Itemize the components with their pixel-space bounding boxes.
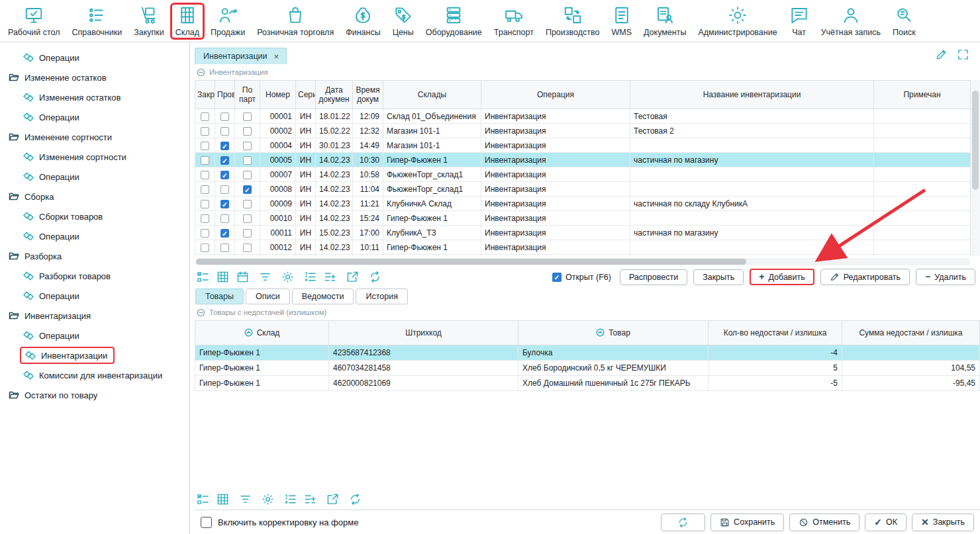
delete-button[interactable]: −Удалить xyxy=(916,269,975,285)
checkbox[interactable] xyxy=(220,185,229,194)
vertical-scrollbar[interactable] xyxy=(970,80,980,256)
table-row[interactable]: 00011ИН15.02.2317:00КлубникА_ТЗИнвентари… xyxy=(195,226,971,240)
table-grid-button[interactable] xyxy=(216,492,230,506)
nav-item-documents[interactable]: Документы xyxy=(638,2,692,40)
edit-pencil-icon[interactable] xyxy=(935,48,948,61)
tree-item[interactable]: Изменения остатков xyxy=(0,87,189,107)
tab-statements[interactable]: Ведомости xyxy=(292,289,354,304)
checkbox[interactable] xyxy=(243,112,252,121)
checkbox[interactable] xyxy=(243,214,252,223)
checkbox[interactable] xyxy=(201,127,209,136)
nav-item-warehouse[interactable]: Склад xyxy=(170,3,205,40)
edit-button[interactable]: Редактировать xyxy=(820,269,910,285)
table-row[interactable]: 00010ИН14.02.2315:24Гипер-Фьюжен 1Инвент… xyxy=(195,211,971,226)
table-row[interactable]: ИН14.02.237:15Гипер-Фьюжен 1Инвентаризац… xyxy=(195,255,971,257)
tree-item[interactable]: Сборка xyxy=(0,187,189,206)
table-row[interactable]: 00009ИН14.02.2311:21КлубничкА СкладИнвен… xyxy=(195,197,971,211)
nav-item-search[interactable]: Поиск xyxy=(887,2,922,40)
tree-item[interactable]: Разборки товаров xyxy=(0,266,189,286)
column-header[interactable]: Штрихкод xyxy=(329,321,518,345)
open-external-button[interactable] xyxy=(346,270,360,284)
nav-item-account[interactable]: Учётная запись xyxy=(815,2,887,40)
tree-item[interactable]: Изменение сортности xyxy=(0,127,189,147)
scrollbar-thumb[interactable] xyxy=(196,259,746,265)
column-header[interactable]: Сумма недостачи / излишка xyxy=(842,321,980,345)
tree-item[interactable]: Изменение остатков xyxy=(0,67,189,87)
close-document-button[interactable]: Закрыть xyxy=(693,269,744,285)
column-header[interactable]: Примечан xyxy=(874,81,971,109)
cancel-button[interactable]: Отменить xyxy=(789,513,859,531)
adjust-on-form-checkbox[interactable]: Включить корректировку на форме xyxy=(201,517,358,528)
tree-item[interactable]: Остатки по товару xyxy=(0,385,189,405)
scrollbar-thumb[interactable] xyxy=(972,91,979,190)
tree-item[interactable]: Операции xyxy=(0,326,189,345)
tree-item[interactable]: Операции xyxy=(0,226,189,246)
checkbox[interactable] xyxy=(243,229,252,238)
checkbox[interactable] xyxy=(201,156,209,165)
tab-history[interactable]: История xyxy=(356,289,407,304)
open-external-button[interactable] xyxy=(326,492,340,506)
unpost-button[interactable]: Распровести xyxy=(620,269,687,285)
checkbox[interactable] xyxy=(243,142,252,150)
select-list-button[interactable] xyxy=(196,492,210,506)
table-row[interactable]: Гипер-Фьюжен 14607034281458Хлеб Бородинс… xyxy=(195,361,980,376)
table-grid-button[interactable] xyxy=(216,270,230,284)
tree-item[interactable]: Разборка xyxy=(0,246,189,266)
tab-lists[interactable]: Описи xyxy=(246,289,290,304)
checkbox[interactable] xyxy=(201,142,209,150)
tab-close-icon[interactable]: × xyxy=(274,52,279,61)
ok-button[interactable]: ✓ОК xyxy=(865,513,906,531)
collapse-minus-icon[interactable] xyxy=(197,68,205,77)
table-row[interactable]: 00001ИН18.01.2212:09Склад 01_Объединения… xyxy=(195,109,971,124)
column-header[interactable]: Склад xyxy=(195,321,329,345)
checkbox[interactable] xyxy=(243,171,252,179)
tree-item[interactable]: Инвентаризация xyxy=(0,306,189,326)
close-button[interactable]: ✕Закрыть xyxy=(912,513,974,531)
checkbox[interactable] xyxy=(220,171,229,179)
calendar-button[interactable] xyxy=(236,270,250,284)
nav-item-transport[interactable]: Транспорт xyxy=(488,2,540,40)
nav-item-desktop[interactable]: Рабочий стол xyxy=(2,2,66,40)
column-header[interactable]: Пров xyxy=(215,81,235,109)
checkbox[interactable] xyxy=(220,142,229,150)
table-row[interactable]: 00008ИН14.02.2311:04ФьюженТорг_склад1Инв… xyxy=(195,182,971,197)
checkbox[interactable] xyxy=(201,229,209,238)
nav-item-equipment[interactable]: Оборудование xyxy=(420,2,488,40)
table-row[interactable]: Гипер-Фьюжен 14235687412368Булочка-4 xyxy=(195,345,980,361)
checkbox[interactable] xyxy=(220,244,229,252)
tree-item[interactable]: Сборки товаров xyxy=(0,206,189,226)
nav-item-retail[interactable]: Розничная торговля xyxy=(251,2,340,40)
checkbox[interactable] xyxy=(220,156,229,165)
column-header[interactable]: Закр xyxy=(195,81,215,109)
table-row[interactable]: 00005ИН14.02.2310:30Гипер-Фьюжен 1Инвент… xyxy=(195,153,971,167)
refresh-button[interactable] xyxy=(368,270,382,284)
nav-item-finance[interactable]: Финансы xyxy=(340,2,386,40)
nav-item-prices[interactable]: Цены xyxy=(387,2,420,40)
table-row[interactable]: Гипер-Фьюжен 14620000821069Хлеб Домашний… xyxy=(195,376,980,391)
column-header[interactable]: Склады xyxy=(383,81,481,109)
tree-item[interactable]: Операции xyxy=(0,107,189,127)
nav-item-chat[interactable]: Чат xyxy=(783,2,815,40)
tree-item[interactable]: Изменения сортности xyxy=(0,147,189,167)
checkbox[interactable] xyxy=(201,244,209,252)
column-header[interactable]: Номер xyxy=(260,81,296,109)
list-options-button[interactable] xyxy=(303,492,317,506)
tree-item[interactable]: Операции xyxy=(0,286,189,306)
checkbox[interactable] xyxy=(243,127,252,136)
checkbox[interactable] xyxy=(220,214,229,223)
numbered-list-button[interactable] xyxy=(283,492,297,506)
nav-item-references[interactable]: Справочники xyxy=(66,2,128,40)
save-button[interactable]: Сохранить xyxy=(710,513,784,531)
nav-item-purchases[interactable]: Закупки xyxy=(128,2,170,40)
checkbox[interactable] xyxy=(220,229,229,238)
tree-item-inventarizacii[interactable]: Инвентаризации xyxy=(0,345,189,365)
open-f6-checkbox[interactable]: Открыт (F6) xyxy=(552,273,611,282)
checkbox[interactable] xyxy=(243,244,252,252)
checkbox[interactable] xyxy=(243,185,252,194)
column-header[interactable]: По парт xyxy=(235,81,260,109)
refresh-button[interactable] xyxy=(348,492,362,506)
tree-item[interactable]: Операции xyxy=(0,48,189,67)
numbered-list-button[interactable] xyxy=(303,270,317,284)
checkbox[interactable] xyxy=(243,200,252,208)
table-row[interactable]: 00004ИН30.01.2314:49Магазин 101-1Инвента… xyxy=(195,138,971,153)
